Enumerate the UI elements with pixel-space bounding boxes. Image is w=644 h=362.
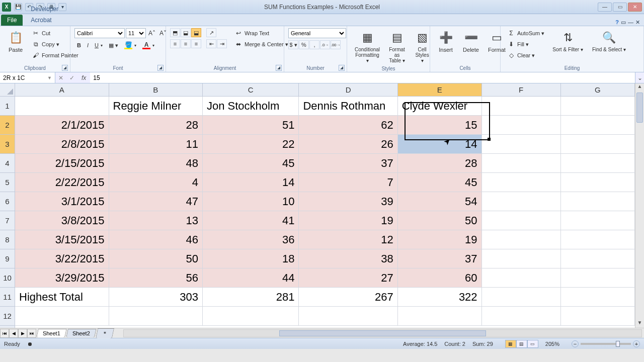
cell-A10[interactable]: 3/29/2015 <box>15 268 109 288</box>
select-all-corner[interactable] <box>0 83 15 97</box>
sheet-tab-sheet1[interactable]: Sheet1 <box>36 329 66 337</box>
cell-F4[interactable] <box>482 154 561 173</box>
cell-F11[interactable] <box>482 288 561 307</box>
cell-F5[interactable] <box>482 173 561 192</box>
decrease-decimal-button[interactable]: .00→ <box>331 40 341 49</box>
number-format-select[interactable]: General <box>288 28 346 38</box>
align-right-button[interactable]: ≡ <box>191 39 201 48</box>
paste-button[interactable]: 📋 Paste <box>4 28 27 54</box>
increase-decimal-button[interactable]: .0→ <box>320 40 330 49</box>
format-as-table-button[interactable]: ▤Format as Table ▾ <box>385 28 409 65</box>
excel-icon[interactable]: X <box>2 3 11 12</box>
sheet-nav-first-icon[interactable]: ⏮ <box>0 329 9 338</box>
qat-save-icon[interactable]: 💾 <box>14 3 22 11</box>
row-header-9[interactable]: 9 <box>0 249 15 268</box>
cell-E9[interactable]: 37 <box>398 249 482 268</box>
cell-C6[interactable]: 10 <box>203 192 299 211</box>
cell-D10[interactable]: 27 <box>299 268 397 288</box>
fill-color-button[interactable]: 🪣▾ <box>122 40 139 50</box>
cell-D7[interactable]: 19 <box>299 211 397 230</box>
sheet-nav-next-icon[interactable]: ▶ <box>18 329 27 338</box>
workbook-minimize-icon[interactable]: — <box>628 19 633 26</box>
formula-input[interactable]: 15 <box>90 72 635 83</box>
cell-A7[interactable]: 3/8/2015 <box>15 211 109 230</box>
cell-D12[interactable] <box>299 307 397 326</box>
cell-G6[interactable] <box>561 192 635 211</box>
column-header-D[interactable]: D <box>299 83 397 96</box>
cell-B6[interactable]: 47 <box>109 192 203 211</box>
cell-A3[interactable]: 2/8/2015 <box>15 135 109 154</box>
column-header-C[interactable]: C <box>203 83 299 96</box>
insert-cells-button[interactable]: ➕Insert <box>434 28 457 54</box>
cell-G7[interactable] <box>561 211 635 230</box>
cell-B3[interactable]: 11 <box>109 135 203 154</box>
cell-B1[interactable]: Reggie Milner <box>109 97 203 116</box>
cell-E2[interactable]: 15 <box>398 116 482 135</box>
cell-E5[interactable]: 45 <box>398 173 482 192</box>
cell-C11[interactable]: 281 <box>203 288 299 307</box>
tab-developer[interactable]: Developer <box>25 4 70 15</box>
row-header-2[interactable]: 2 <box>0 116 15 135</box>
row-header-5[interactable]: 5 <box>0 173 15 192</box>
cell-A8[interactable]: 3/15/2015 <box>15 230 109 249</box>
sheet-nav-prev-icon[interactable]: ◀ <box>9 329 18 338</box>
cell-F2[interactable] <box>482 116 561 135</box>
number-dialog-launcher[interactable]: ◢ <box>339 65 345 71</box>
cell-C5[interactable]: 14 <box>203 173 299 192</box>
row-header-3[interactable]: 3 <box>0 135 15 154</box>
file-tab[interactable]: File <box>1 15 23 26</box>
cell-E4[interactable]: 28 <box>398 154 482 173</box>
cell-B5[interactable]: 4 <box>109 173 203 192</box>
cell-D11[interactable]: 267 <box>299 288 397 307</box>
cell-D1[interactable]: Dennis Rothman <box>299 97 397 116</box>
ribbon-minimize-icon[interactable]: ▭ <box>621 19 626 26</box>
name-box[interactable]: 2R x 1C▼ <box>0 72 55 83</box>
row-header-11[interactable]: 11 <box>0 288 15 307</box>
cell-A11[interactable]: Highest Total <box>15 288 109 307</box>
align-left-button[interactable]: ≡ <box>170 39 180 48</box>
cell-F6[interactable] <box>482 192 561 211</box>
view-normal-button[interactable]: ▦ <box>505 340 516 348</box>
cell-A2[interactable]: 2/1/2015 <box>15 116 109 135</box>
ribbon-help-icon[interactable]: ? <box>615 19 619 26</box>
cell-G5[interactable] <box>561 173 635 192</box>
hscroll-thumb[interactable] <box>279 330 487 336</box>
zoom-level[interactable]: 205% <box>545 341 559 347</box>
sheet-tab-sheet2[interactable]: Sheet2 <box>66 329 96 337</box>
cell-A5[interactable]: 2/22/2015 <box>15 173 109 192</box>
tab-view[interactable]: View <box>25 0 70 4</box>
maximize-button[interactable]: ▭ <box>613 3 627 12</box>
formula-enter-icon[interactable]: ✓ <box>66 74 77 81</box>
row-header-6[interactable]: 6 <box>0 192 15 211</box>
cell-G12[interactable] <box>561 307 635 326</box>
decrease-indent-button[interactable]: ⇤ <box>206 39 216 48</box>
column-header-G[interactable]: G <box>561 83 635 96</box>
cell-G3[interactable] <box>561 135 635 154</box>
row-header-12[interactable]: 12 <box>0 307 15 326</box>
cell-B10[interactable]: 56 <box>109 268 203 288</box>
cell-D5[interactable]: 7 <box>299 173 397 192</box>
scroll-thumb[interactable] <box>636 93 643 123</box>
formula-expand-icon[interactable]: ⌄ <box>635 72 644 83</box>
cell-F7[interactable] <box>482 211 561 230</box>
row-header-4[interactable]: 4 <box>0 154 15 173</box>
sort-filter-button[interactable]: ⇅Sort & Filter ▾ <box>549 28 587 54</box>
tab-acrobat[interactable]: Acrobat <box>25 15 70 26</box>
cell-D3[interactable]: 26 <box>299 135 397 154</box>
cell-B7[interactable]: 13 <box>109 211 203 230</box>
cell-F12[interactable] <box>482 307 561 326</box>
cell-B8[interactable]: 46 <box>109 230 203 249</box>
formula-cancel-icon[interactable]: ✕ <box>55 74 66 81</box>
cell-G4[interactable] <box>561 154 635 173</box>
font-color-button[interactable]: A▾ <box>140 40 157 50</box>
wrap-text-button[interactable]: ↩Wrap Text <box>232 28 291 38</box>
align-middle-button[interactable]: ⬓ <box>181 28 191 37</box>
cell-F10[interactable] <box>482 268 561 288</box>
cell-A6[interactable]: 3/1/2015 <box>15 192 109 211</box>
close-button[interactable]: ✕ <box>628 3 642 12</box>
sheet-nav-last-icon[interactable]: ⏭ <box>27 329 36 338</box>
cell-A4[interactable]: 2/15/2015 <box>15 154 109 173</box>
clear-button[interactable]: ◇Clear ▾ <box>505 50 547 60</box>
cell-E12[interactable] <box>398 307 482 326</box>
new-sheet-button[interactable]: ＊ <box>96 328 114 338</box>
